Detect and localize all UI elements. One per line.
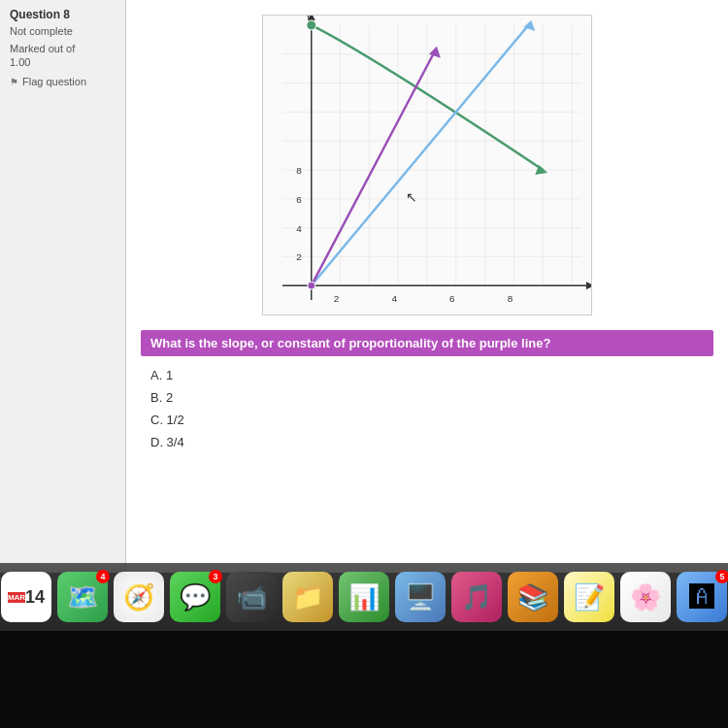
svg-text:8: 8 <box>296 165 302 176</box>
blue-line <box>312 25 529 285</box>
svg-marker-21 <box>586 281 592 289</box>
status-badge: Not complete <box>10 25 116 37</box>
dock-calendar-icon[interactable]: MAR 14 <box>1 572 51 622</box>
coordinate-graph: x y 2 4 6 8 2 4 6 8 <box>262 15 592 315</box>
flag-label: Flag question <box>22 76 86 87</box>
calendar-month: MAR <box>8 592 25 603</box>
dock: MAR 14 🗺️ 4 🧭 💬 3 📹 📁 📊 <box>0 563 728 631</box>
dock-keynote-icon[interactable]: 🖥️ <box>395 572 446 622</box>
flag-icon: ⚑ <box>10 77 18 87</box>
flag-question-button[interactable]: ⚑ Flag question <box>10 76 116 87</box>
dock-appstore-icon[interactable]: 🅰 5 <box>677 572 727 622</box>
x-axis-label: x <box>591 279 592 292</box>
maps-badge: 4 <box>96 570 110 583</box>
svg-text:2: 2 <box>334 293 340 304</box>
choice-c[interactable]: C. 1/2 <box>150 413 713 427</box>
marked-label: Marked out of <box>10 43 116 54</box>
dock-music-icon[interactable]: 🎵 <box>451 572 502 622</box>
purple-line <box>312 51 435 285</box>
svg-text:8: 8 <box>508 293 513 304</box>
choice-d[interactable]: D. 3/4 <box>150 435 713 449</box>
dock-safari-icon[interactable]: 🧭 <box>114 572 164 622</box>
svg-marker-33 <box>429 47 441 58</box>
svg-text:4: 4 <box>391 293 397 304</box>
sidebar: Question 8 Not complete Marked out of 1.… <box>0 0 126 573</box>
choice-a[interactable]: A. 1 <box>150 368 713 382</box>
calendar-day: 14 <box>25 580 45 613</box>
svg-text:2: 2 <box>296 251 302 262</box>
content-area: x y 2 4 6 8 2 4 6 8 <box>126 0 728 573</box>
dock-numbers-icon[interactable]: 📊 <box>339 572 389 622</box>
appstore-badge: 5 <box>715 570 728 583</box>
score-value: 1.00 <box>10 56 116 68</box>
svg-text:4: 4 <box>296 223 302 234</box>
dock-messages-icon[interactable]: 💬 3 <box>170 572 220 622</box>
dock-notes-icon[interactable]: 📝 <box>564 572 614 622</box>
below-dock-area <box>0 631 728 728</box>
dock-books-icon[interactable]: 📚 <box>508 572 558 622</box>
svg-text:6: 6 <box>296 194 302 205</box>
question-label: Question 8 <box>10 8 116 21</box>
main-content: Question 8 Not complete Marked out of 1.… <box>0 0 728 573</box>
answer-choices: A. 1 B. 2 C. 1/2 D. 3/4 <box>141 368 713 449</box>
dock-maps-icon[interactable]: 🗺️ 4 <box>57 572 108 622</box>
dock-files-icon[interactable]: 📁 <box>282 572 333 622</box>
choice-b[interactable]: B. 2 <box>150 390 713 405</box>
messages-badge: 3 <box>209 570 222 583</box>
screen: Question 8 Not complete Marked out of 1.… <box>0 0 728 728</box>
origin-dot <box>308 281 315 289</box>
svg-text:6: 6 <box>449 293 455 304</box>
svg-text:↖: ↖ <box>406 189 417 205</box>
dock-photos-icon[interactable]: 🌸 <box>620 572 671 622</box>
graph-container: x y 2 4 6 8 2 4 6 8 <box>141 15 713 315</box>
dock-facetime-icon[interactable]: 📹 <box>226 572 277 622</box>
green-start-dot <box>307 20 316 30</box>
question-text: What is the slope, or constant of propor… <box>141 330 713 356</box>
